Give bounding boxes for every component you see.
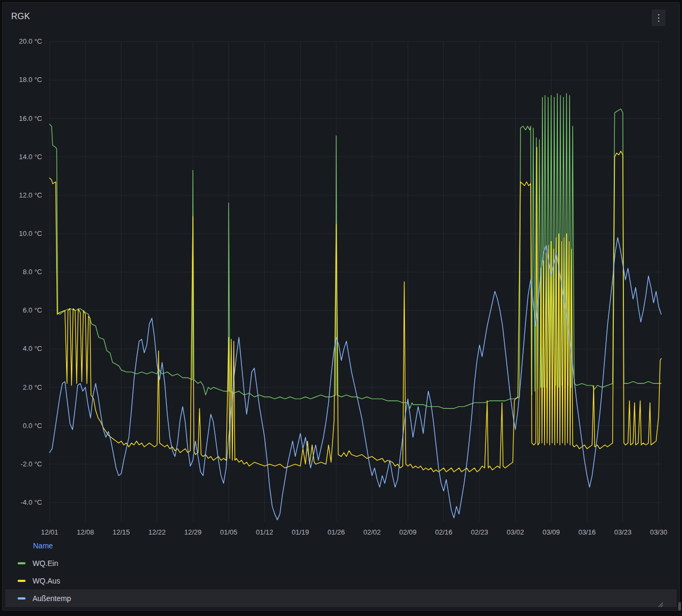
x-axis-tick-label: 02/09 [392,528,424,536]
y-axis-tick-label: 8.0 °C [3,268,42,276]
y-axis-tick-label: 0.0 °C [3,422,42,430]
y-axis-tick-label: 6.0 °C [3,306,42,314]
resize-handle-icon [657,601,663,607]
legend-item-au-entemp[interactable]: Außentemp [5,589,677,607]
x-axis-tick-label: 01/12 [248,528,280,536]
x-axis-tick-label: 01/26 [320,528,352,536]
x-axis-tick-label: 12/01 [34,528,66,536]
y-axis-tick-label: 14.0 °C [3,153,42,161]
series-color-marker-icon [18,597,26,599]
legend-item-label: Außentemp [33,594,71,603]
y-axis-tick-label: -2.0 °C [3,460,42,468]
legend-item-label: WQ.Ein [33,559,58,568]
grafana-panel: RGK ⋮ 20.0 °C18.0 °C16.0 °C14.0 °C12.0 °… [2,2,680,611]
x-axis-tick-label: 01/05 [213,528,245,536]
scrollbar-thumb[interactable] [678,602,681,611]
plot-canvas[interactable] [3,3,682,540]
legend-item-wq-aus[interactable]: WQ.Aus [5,572,677,589]
x-axis-tick-label: 03/16 [571,528,603,536]
y-axis-tick-label: 20.0 °C [3,37,42,45]
x-axis-tick-label: 02/02 [356,528,388,536]
x-axis-tick-label: 03/23 [607,528,639,536]
series-color-marker-icon [18,562,26,564]
legend: WQ.EinWQ.AusAußentemp [5,554,677,607]
series-color-marker-icon [18,580,26,582]
x-axis-tick-label: 03/09 [535,528,567,536]
x-axis: 12/0112/0812/1512/2212/2901/0501/1201/19… [3,528,667,538]
x-axis-tick-label: 12/08 [69,528,101,536]
y-axis-tick-label: 12.0 °C [3,191,42,199]
y-axis-tick-label: 16.0 °C [3,114,42,122]
panel-resize-handle[interactable] [657,600,663,606]
y-axis-tick-label: 10.0 °C [3,229,42,237]
legend-item-label: WQ.Aus [33,577,60,585]
x-axis-tick-label: 12/22 [141,528,173,536]
y-axis-tick-label: 4.0 °C [3,344,42,352]
x-axis-tick-label: 03/30 [643,528,667,536]
x-axis-tick-label: 01/19 [285,528,316,536]
legend-header-name[interactable]: Name [33,541,53,550]
x-axis-tick-label: 03/02 [499,528,531,536]
y-axis-tick-label: 18.0 °C [3,76,42,84]
x-axis-tick-label: 02/23 [464,528,496,536]
y-axis-tick-label: 2.0 °C [3,383,42,391]
legend-item-wq-ein[interactable]: WQ.Ein [5,554,677,572]
series-line-WQ.Aus [50,147,661,472]
x-axis-tick-label: 02/16 [428,528,460,536]
y-axis-tick-label: -4.0 °C [3,498,42,506]
x-axis-tick-label: 12/29 [177,528,209,536]
x-axis-tick-label: 12/15 [105,528,137,536]
